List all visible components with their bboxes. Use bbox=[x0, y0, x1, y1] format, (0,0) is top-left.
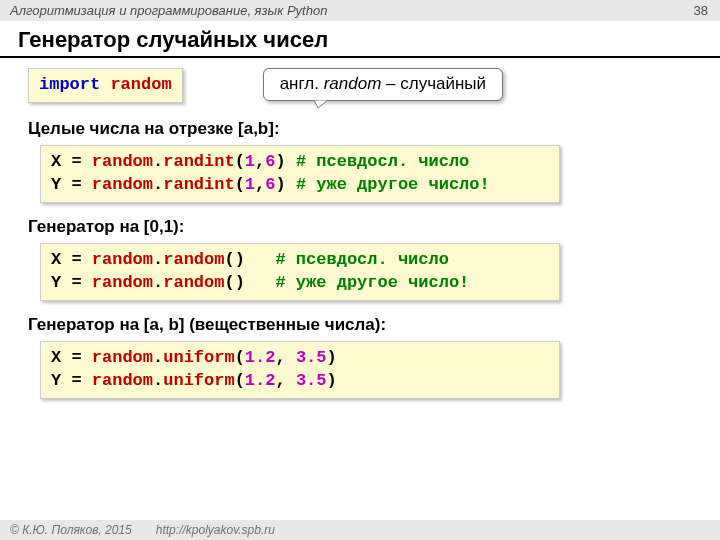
obj: random bbox=[92, 152, 153, 171]
comment: # уже другое число! bbox=[296, 175, 490, 194]
fn: uniform bbox=[163, 371, 234, 390]
callout-prefix: англ. bbox=[280, 74, 324, 93]
arg-b: 6 bbox=[265, 175, 275, 194]
comma: , bbox=[275, 371, 285, 390]
rp: ) bbox=[235, 250, 245, 269]
sp bbox=[82, 348, 92, 367]
code-uniform: X = random.uniform(1.2, 3.5)Y = random.u… bbox=[40, 341, 560, 399]
rp: ) bbox=[275, 152, 285, 171]
lp: ( bbox=[224, 273, 234, 292]
callout-tail-icon bbox=[314, 100, 328, 108]
obj: random bbox=[92, 348, 153, 367]
heading-uniform: Генератор на [a, b] (вещественные числа)… bbox=[0, 315, 720, 335]
page-title: Генератор случайных чисел bbox=[0, 21, 720, 58]
var: Y bbox=[51, 175, 61, 194]
lp: ( bbox=[235, 152, 245, 171]
code-ints: X = random.randint(1,6) # псевдосл. числ… bbox=[40, 145, 560, 203]
copyright: © К.Ю. Поляков, 2015 bbox=[10, 523, 132, 537]
module-random: random bbox=[110, 75, 171, 94]
fn: random bbox=[163, 273, 224, 292]
obj: random bbox=[92, 273, 153, 292]
obj: random bbox=[92, 371, 153, 390]
sp bbox=[82, 250, 92, 269]
comment: # псевдосл. число bbox=[275, 250, 448, 269]
rp: ) bbox=[235, 273, 245, 292]
callout-suffix: – случайный bbox=[381, 74, 486, 93]
eq: = bbox=[71, 273, 81, 292]
arg-b: 6 bbox=[265, 152, 275, 171]
fn: randint bbox=[163, 152, 234, 171]
var: X bbox=[51, 250, 61, 269]
svg-marker-0 bbox=[314, 100, 328, 108]
eq: = bbox=[71, 348, 81, 367]
lp: ( bbox=[235, 371, 245, 390]
arg-b: 3.5 bbox=[296, 348, 327, 367]
obj: random bbox=[92, 250, 153, 269]
heading-ints: Целые числа на отрезке [a,b]: bbox=[0, 119, 720, 139]
dot: . bbox=[153, 152, 163, 171]
arg-b: 3.5 bbox=[296, 371, 327, 390]
comment: # псевдосл. число bbox=[296, 152, 469, 171]
obj: random bbox=[92, 175, 153, 194]
lp: ( bbox=[235, 175, 245, 194]
rp: ) bbox=[326, 371, 336, 390]
eq: = bbox=[71, 152, 81, 171]
dot: . bbox=[153, 371, 163, 390]
var: Y bbox=[51, 371, 61, 390]
dot: . bbox=[153, 250, 163, 269]
header-bar: Алгоритмизация и программирование, язык … bbox=[0, 0, 720, 21]
lp: ( bbox=[235, 348, 245, 367]
sp bbox=[82, 152, 92, 171]
intro-row: import random англ. random – случайный bbox=[0, 68, 720, 103]
eq: = bbox=[71, 250, 81, 269]
course-title: Алгоритмизация и программирование, язык … bbox=[10, 3, 327, 18]
var: X bbox=[51, 152, 61, 171]
sp bbox=[82, 175, 92, 194]
section-uniform: Генератор на [a, b] (вещественные числа)… bbox=[0, 315, 720, 399]
section-rand01: Генератор на [0,1): X = random.random() … bbox=[0, 217, 720, 301]
heading-rand01: Генератор на [0,1): bbox=[0, 217, 720, 237]
dot: . bbox=[153, 348, 163, 367]
comma: , bbox=[275, 348, 285, 367]
lp: ( bbox=[224, 250, 234, 269]
dot: . bbox=[153, 175, 163, 194]
fn: randint bbox=[163, 175, 234, 194]
fn: uniform bbox=[163, 348, 234, 367]
sp bbox=[286, 348, 296, 367]
sp bbox=[82, 273, 92, 292]
fn: random bbox=[163, 250, 224, 269]
import-code: import random bbox=[28, 68, 183, 103]
eq: = bbox=[71, 371, 81, 390]
rp: ) bbox=[326, 348, 336, 367]
sp bbox=[82, 371, 92, 390]
page-number: 38 bbox=[694, 3, 708, 18]
code-rand01: X = random.random() # псевдосл. числоY =… bbox=[40, 243, 560, 301]
comma: , bbox=[255, 152, 265, 171]
comment: # уже другое число! bbox=[275, 273, 469, 292]
footer-bar: © К.Ю. Поляков, 2015 http://kpolyakov.sp… bbox=[0, 520, 720, 540]
sp bbox=[286, 371, 296, 390]
rp: ) bbox=[275, 175, 285, 194]
comma: , bbox=[255, 175, 265, 194]
arg-a: 1.2 bbox=[245, 348, 276, 367]
arg-a: 1.2 bbox=[245, 371, 276, 390]
var: X bbox=[51, 348, 61, 367]
arg-a: 1 bbox=[245, 175, 255, 194]
translation-callout: англ. random – случайный bbox=[263, 68, 503, 101]
keyword-import: import bbox=[39, 75, 100, 94]
callout-word: random bbox=[324, 74, 382, 93]
arg-a: 1 bbox=[245, 152, 255, 171]
var: Y bbox=[51, 273, 61, 292]
footer-url: http://kpolyakov.spb.ru bbox=[156, 523, 275, 537]
eq: = bbox=[71, 175, 81, 194]
section-ints: Целые числа на отрезке [a,b]: X = random… bbox=[0, 119, 720, 203]
dot: . bbox=[153, 273, 163, 292]
